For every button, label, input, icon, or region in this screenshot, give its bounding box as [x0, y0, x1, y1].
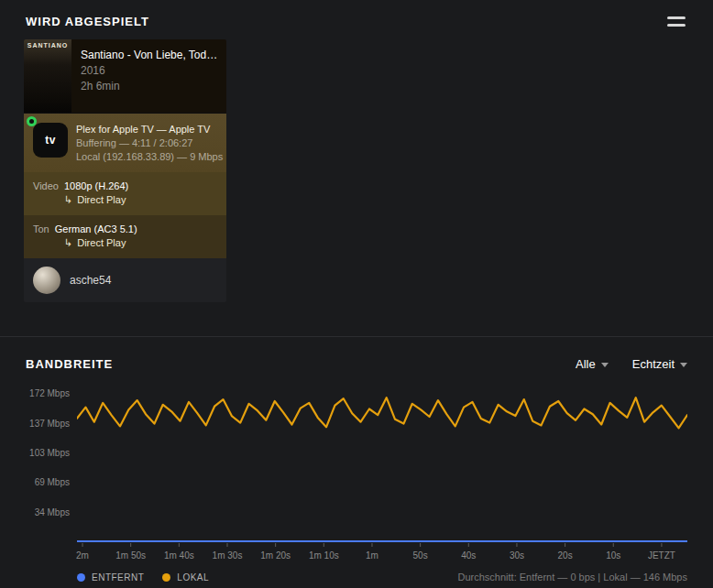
player-connection: Local (192.168.33.89) — 9 Mbps — [76, 150, 217, 164]
now-playing-card[interactable]: SANTIANO Santiano - Von Liebe, Tod… 2016… — [24, 39, 226, 302]
player-info: Plex for Apple TV — Apple TV Buffering —… — [76, 123, 217, 164]
media-year: 2016 — [81, 63, 217, 79]
direct-play-arrow-icon: ↳ — [64, 237, 72, 248]
x-axis-label: 1m 10s — [309, 550, 339, 561]
x-axis-label: 20s — [558, 550, 573, 561]
media-title[interactable]: Santiano - Von Liebe, Tod… — [81, 48, 217, 63]
user-name: asche54 — [70, 274, 111, 287]
video-label: Video — [33, 180, 59, 193]
avatar — [33, 267, 60, 294]
legend-item-lokal[interactable]: LOKAL — [162, 572, 209, 583]
apple-tv-icon: tv — [33, 123, 68, 158]
player-name: Plex for Apple TV — Apple TV — [76, 123, 217, 136]
lokal-legend-label: LOKAL — [177, 572, 209, 583]
x-axis-label: 50s — [413, 550, 428, 561]
now-playing-header: WIRD ABGESPIELT — [0, 0, 713, 39]
bandwidth-section: BANDBREITE Alle Echtzeit 172 Mbps137 Mbp… — [0, 336, 713, 583]
y-axis-label: 103 Mbps — [29, 448, 70, 458]
x-axis: 2m1m 50s1m 40s1m 30s1m 20s1m 10s1m50s40s… — [77, 550, 687, 564]
audio-value: German (AC3 5.1) — [55, 223, 137, 236]
player-status-ring-icon — [27, 116, 37, 126]
y-axis-label: 69 Mbps — [35, 477, 70, 487]
audio-transcode-label: Direct Play — [77, 237, 126, 248]
x-axis-label: 30s — [510, 550, 524, 561]
x-axis-label: 2m — [76, 550, 89, 561]
chevron-down-icon — [601, 363, 609, 367]
audio-transcode: ↳Direct Play — [64, 236, 217, 250]
player-row: tv Plex for Apple TV — Apple TV Bufferin… — [24, 114, 226, 172]
audio-label: Ton — [33, 223, 49, 236]
y-axis: 172 Mbps137 Mbps103 Mbps69 Mbps34 Mbps — [26, 386, 77, 549]
x-axis-label: 1m 40s — [164, 550, 194, 561]
y-axis-label: 34 Mbps — [35, 507, 70, 517]
chevron-down-icon — [680, 363, 687, 367]
x-axis-label: 1m 30s — [213, 550, 243, 561]
legend-item-entfernt[interactable]: ENTFERNT — [77, 572, 144, 583]
series-line-lokal — [77, 397, 687, 428]
video-transcode-label: Direct Play — [77, 194, 126, 205]
x-axis-label: 1m 20s — [260, 550, 291, 561]
media-row: SANTIANO Santiano - Von Liebe, Tod… 2016… — [24, 39, 226, 113]
bandwidth-summary: Durchschnitt: Entfernt — 0 bps | Lokal —… — [458, 572, 687, 583]
chart-legend: ENTFERNT LOKAL — [77, 572, 209, 583]
filter-dropdown-alle[interactable]: Alle — [576, 357, 609, 371]
audio-stream-row: Ton German (AC3 5.1) ↳Direct Play — [24, 215, 226, 258]
x-axis-label: 40s — [461, 550, 476, 561]
player-status: Buffering — 4:11 / 2:06:27 — [76, 136, 217, 150]
bandwidth-title: BANDBREITE — [26, 357, 113, 371]
video-stream-row: Video 1080p (H.264) ↳Direct Play — [24, 172, 226, 215]
lokal-legend-dot — [162, 573, 170, 582]
entfernt-legend-label: ENTFERNT — [92, 572, 144, 583]
bandwidth-filters: Alle Echtzeit — [576, 357, 687, 371]
direct-play-arrow-icon: ↳ — [64, 194, 72, 205]
bandwidth-chart: 172 Mbps137 Mbps103 Mbps69 Mbps34 Mbps 2… — [26, 386, 687, 583]
poster-title-text: SANTIANO — [24, 39, 71, 49]
x-axis-label: JETZT — [648, 550, 675, 561]
y-axis-label: 137 Mbps — [29, 419, 70, 429]
entfernt-legend-dot — [77, 573, 85, 582]
y-axis-label: 172 Mbps — [29, 388, 70, 398]
filter-alle-label: Alle — [576, 357, 596, 371]
chart-footer: ENTFERNT LOKAL Durchschnitt: Entfernt — … — [26, 572, 687, 583]
device-icon-wrap: tv — [33, 123, 68, 158]
x-axis-label: 1m 50s — [115, 550, 146, 561]
media-duration: 2h 6min — [81, 79, 217, 94]
media-info: Santiano - Von Liebe, Tod… 2016 2h 6min — [71, 39, 226, 113]
filter-dropdown-echtzeit[interactable]: Echtzeit — [632, 357, 687, 371]
video-value: 1080p (H.264) — [64, 180, 128, 193]
poster-thumbnail[interactable]: SANTIANO — [24, 39, 71, 113]
x-axis-label: 10s — [606, 550, 620, 561]
list-view-icon[interactable] — [665, 15, 687, 28]
user-row[interactable]: asche54 — [24, 258, 226, 302]
now-playing-title: WIRD ABGESPIELT — [26, 15, 149, 28]
bandwidth-header: BANDBREITE Alle Echtzeit — [26, 357, 687, 371]
video-transcode: ↳Direct Play — [64, 193, 217, 207]
plot-area — [77, 386, 687, 549]
x-axis-label: 1m — [366, 550, 378, 561]
filter-echtzeit-label: Echtzeit — [632, 357, 675, 371]
